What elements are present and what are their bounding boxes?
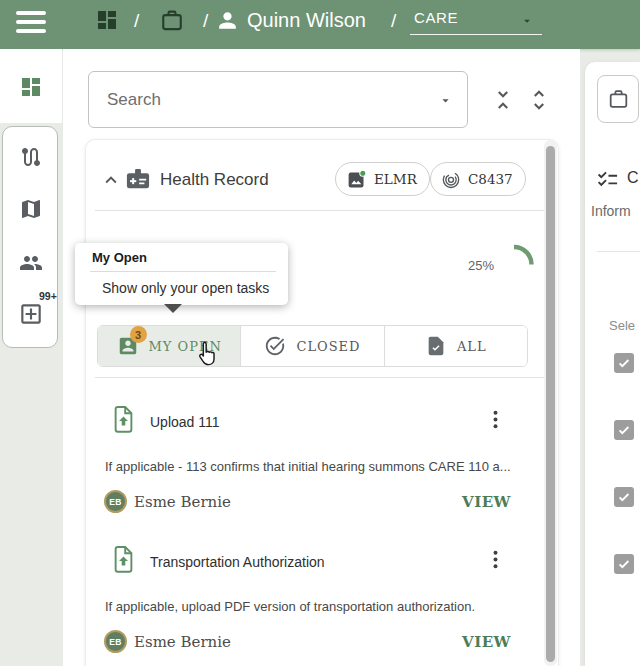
search-combobox[interactable]	[88, 71, 468, 128]
my-open-tooltip: My Open Show only your open tasks	[75, 243, 288, 305]
tab-closed[interactable]: CLOSED	[240, 326, 383, 366]
breadcrumb-separator: /	[134, 10, 139, 32]
sidebar-item-add[interactable]	[18, 301, 44, 327]
upload-file-icon	[110, 404, 137, 437]
top-header-bar: / / Quinn Wilson / CARE	[0, 0, 640, 49]
tab-label: ALL	[457, 339, 487, 354]
sidebar-nav-group	[2, 126, 58, 348]
right-panel-divider	[597, 251, 640, 252]
upload-file-icon	[110, 544, 137, 577]
avatar: EB	[104, 490, 127, 513]
progress-percentage: 25%	[468, 258, 494, 273]
view-task-link[interactable]: VIEW	[462, 633, 506, 651]
id-badge-icon	[124, 165, 152, 193]
sidebar-item-people[interactable]	[19, 251, 43, 275]
sidebar-item-route[interactable]	[19, 145, 43, 169]
right-panel-subtitle-partial: Inform	[591, 203, 631, 219]
case-briefcase-button[interactable]	[597, 75, 639, 123]
fingerprint-icon	[441, 169, 461, 189]
app-root: / / Quinn Wilson / CARE	[0, 0, 640, 666]
image-icon	[346, 169, 367, 190]
menu-icon[interactable]	[16, 11, 46, 33]
checkbox-checked[interactable]	[614, 487, 634, 507]
tooltip-arrow	[164, 304, 182, 313]
search-dropdown-caret-icon[interactable]	[438, 93, 453, 108]
collapse-chevron-up-icon[interactable]	[100, 169, 122, 191]
tab-all[interactable]: ALL	[384, 326, 527, 366]
briefcase-breadcrumb-icon[interactable]	[158, 7, 186, 35]
avatar: EB	[104, 630, 127, 653]
check-circle-icon	[264, 335, 286, 357]
checkbox-checked[interactable]	[614, 420, 634, 440]
section-divider	[95, 377, 545, 378]
right-panel-title-partial: C	[627, 169, 639, 187]
task-filter-tabs: 3 MY OPEN CLOSED ALL	[97, 325, 528, 367]
breadcrumb-separator: /	[203, 10, 208, 32]
sidebar-top	[0, 49, 62, 123]
breadcrumb-separator: /	[391, 10, 396, 32]
view-task-link[interactable]: VIEW	[462, 493, 506, 511]
progress-arc	[492, 242, 536, 274]
task-description: If applicable - 113 confirms that initia…	[105, 459, 550, 474]
chip-label: ELMR	[374, 171, 417, 187]
section-divider	[95, 210, 545, 211]
breadcrumb-user-name: Quinn Wilson	[247, 9, 366, 32]
tooltip-divider	[90, 271, 276, 272]
assignee-name: Esme Bernie	[134, 493, 231, 511]
sidebar-overflow-badge: 99+	[39, 290, 57, 302]
caret-down-icon	[520, 14, 534, 28]
health-record-card	[85, 139, 559, 666]
record-chip-id[interactable]: C8437	[430, 162, 526, 196]
chip-label: C8437	[468, 171, 513, 187]
scrollbar-track	[544, 140, 557, 666]
assignee-name: Esme Bernie	[134, 633, 231, 651]
tab-label: CLOSED	[296, 339, 360, 354]
hand-cursor-icon	[194, 340, 221, 371]
context-select[interactable]: CARE	[410, 6, 542, 35]
record-title: Health Record	[160, 170, 269, 190]
kebab-menu-icon[interactable]	[483, 547, 508, 572]
person-breadcrumb-icon[interactable]	[215, 8, 240, 33]
checkbox-checked[interactable]	[614, 554, 634, 574]
dashboard-breadcrumb-icon[interactable]	[95, 8, 119, 32]
unfold-more-icon[interactable]	[526, 87, 552, 113]
tooltip-body: Show only your open tasks	[102, 280, 269, 296]
kebab-menu-icon[interactable]	[483, 407, 508, 432]
scrollbar-thumb[interactable]	[546, 146, 555, 662]
sidebar-item-map[interactable]	[19, 197, 43, 221]
record-chip-elmr[interactable]: ELMR	[335, 162, 430, 196]
unfold-less-icon[interactable]	[490, 87, 516, 113]
briefcase-icon	[606, 87, 631, 112]
task-title: Transportation Authorization	[150, 554, 325, 570]
task-title: Upload 111	[150, 414, 220, 430]
task-description: If applicable, upload PDF version of tra…	[105, 599, 550, 614]
tooltip-title: My Open	[92, 250, 147, 265]
checklist-icon	[596, 168, 619, 191]
context-select-value: CARE	[414, 9, 458, 26]
sidebar-item-dashboard[interactable]	[19, 75, 43, 99]
right-panel-select-label-partial: Sele	[609, 318, 635, 333]
document-check-icon	[425, 335, 447, 357]
checkbox-checked[interactable]	[614, 353, 634, 373]
search-input[interactable]	[105, 86, 419, 114]
open-count-badge: 3	[130, 326, 147, 343]
